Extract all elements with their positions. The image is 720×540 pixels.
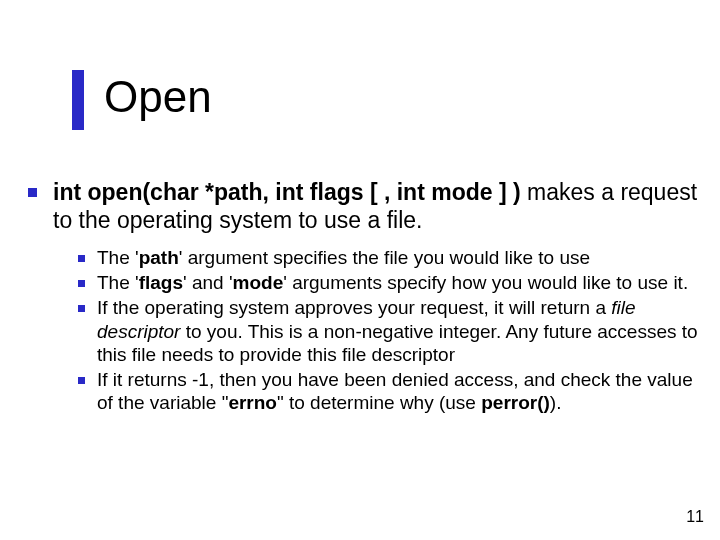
- keyword-perror: perror(): [481, 392, 550, 413]
- text-fragment: If the operating system approves your re…: [97, 297, 611, 318]
- list-item-text: If it returns -1, then you have been den…: [97, 368, 700, 414]
- list-item-text: If the operating system approves your re…: [97, 296, 700, 366]
- keyword-flags: flags: [139, 272, 183, 293]
- list-item: If it returns -1, then you have been den…: [78, 368, 700, 414]
- bullet-square-icon: [78, 377, 85, 384]
- bullet-square-icon: [78, 280, 85, 287]
- sub-bullet-list: The 'path' argument specifies the file y…: [78, 246, 700, 414]
- list-item: The 'flags' and 'mode' arguments specify…: [78, 271, 700, 294]
- slide-body: int open(char *path, int flags [ , int m…: [28, 178, 700, 416]
- text-fragment: to you. This is a non-negative integer. …: [97, 321, 698, 365]
- list-item-text: The 'flags' and 'mode' arguments specify…: [97, 271, 688, 294]
- text-fragment: " to determine why (use: [277, 392, 481, 413]
- bullet-square-icon: [78, 255, 85, 262]
- list-item: If the operating system approves your re…: [78, 296, 700, 366]
- function-signature: int open(char *path, int flags [ , int m…: [53, 179, 521, 205]
- list-item-text: The 'path' argument specifies the file y…: [97, 246, 590, 269]
- list-item: The 'path' argument specifies the file y…: [78, 246, 700, 269]
- text-fragment: ).: [550, 392, 562, 413]
- text-fragment: The ': [97, 272, 139, 293]
- page-number: 11: [686, 508, 704, 526]
- slide-title: Open: [104, 72, 212, 122]
- title-accent-bar: [72, 70, 84, 130]
- text-fragment: The ': [97, 247, 139, 268]
- text-fragment: ' argument specifies the file you would …: [179, 247, 590, 268]
- keyword-path: path: [139, 247, 179, 268]
- keyword-mode: mode: [233, 272, 284, 293]
- keyword-errno: errno: [228, 392, 277, 413]
- bullet-square-icon: [78, 305, 85, 312]
- main-bullet: int open(char *path, int flags [ , int m…: [28, 178, 700, 234]
- text-fragment: ' arguments specify how you would like t…: [283, 272, 688, 293]
- text-fragment: ' and ': [183, 272, 233, 293]
- main-bullet-text: int open(char *path, int flags [ , int m…: [53, 178, 700, 234]
- slide: Open int open(char *path, int flags [ , …: [0, 0, 720, 540]
- bullet-square-icon: [28, 188, 37, 197]
